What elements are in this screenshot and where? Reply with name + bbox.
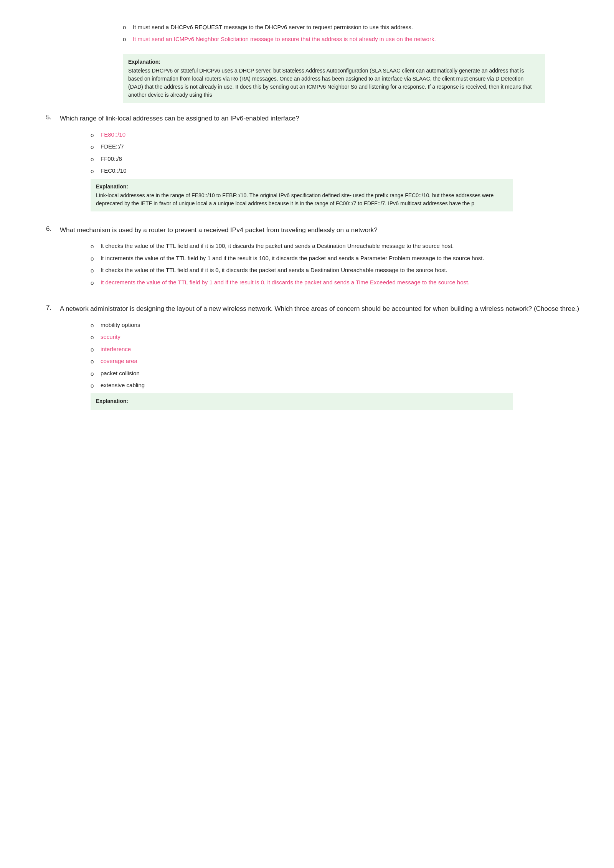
q7-option-5: o packet collision [91, 369, 599, 378]
q5-option-4: o FEC0::/10 [91, 167, 599, 176]
question-5-block: 5. Which range of link-local addresses c… [46, 114, 599, 211]
q6-option-text-4: It decrements the value of the TTL field… [101, 278, 469, 287]
question-7-block: 7. A network administrator is designing … [46, 304, 599, 410]
q5-bullet-3: o [91, 155, 96, 164]
q7-option-6: o extensive cabling [91, 381, 599, 390]
question-6-body: What mechanism is used by a router to pr… [60, 225, 599, 290]
q6-option-4: o It decrements the value of the TTL fie… [91, 278, 599, 287]
q5-bullet-2: o [91, 143, 96, 152]
question-7-options: o mobility options o security o interfer… [91, 321, 599, 390]
question-5-row: 5. Which range of link-local addresses c… [46, 114, 599, 211]
bullet-icon-2: o [123, 35, 128, 44]
question-6-options: o It checks the value of the TTL field a… [91, 242, 599, 287]
question-6-text: What mechanism is used by a router to pr… [60, 226, 378, 234]
question-6-row: 6. What mechanism is used by a router to… [46, 225, 599, 290]
top-bullet-text-2: It must send an ICMPv6 Neighbor Solicita… [133, 35, 436, 44]
question-7-row: 7. A network administrator is designing … [46, 304, 599, 410]
question-5-text: Which range of link-local addresses can … [60, 115, 299, 122]
q6-bullet-2: o [91, 254, 96, 263]
q6-option-3: o It checks the value of the TTL field a… [91, 266, 599, 275]
q5-explanation-box: Explanation: Link-local addresses are in… [91, 179, 513, 211]
q7-option-4: o coverage area [91, 357, 599, 366]
q5-explanation-label: Explanation: [96, 183, 507, 191]
q7-bullet-3: o [91, 345, 96, 354]
q5-bullet-1: o [91, 131, 96, 140]
top-explanation-label: Explanation: [128, 58, 540, 66]
q5-explanation-text: Link-local addresses are in the range of… [96, 191, 507, 208]
q7-explanation-label: Explanation: [96, 397, 507, 405]
q7-option-text-2: security [101, 333, 120, 342]
q7-option-3: o interference [91, 345, 599, 354]
q5-option-text-1: FE80::/10 [101, 130, 125, 139]
bullet-icon-1: o [123, 23, 128, 32]
top-bullet-text-1: It must send a DHCPv6 REQUEST message to… [133, 23, 413, 32]
q6-bullet-3: o [91, 266, 96, 275]
question-5-options: o FE80::/10 o FDEE::/7 o FF00::/8 o FEC0… [91, 130, 599, 176]
top-bullet-item-2: o It must send an ICMPv6 Neighbor Solici… [123, 35, 599, 44]
q6-bullet-1: o [91, 242, 96, 251]
q7-option-1: o mobility options [91, 321, 599, 330]
question-5-body: Which range of link-local addresses can … [60, 114, 599, 211]
q5-option-3: o FF00::/8 [91, 155, 599, 164]
question-7-text: A network administrator is designing the… [60, 305, 579, 312]
top-bullet-list: o It must send a DHCPv6 REQUEST message … [123, 23, 599, 43]
question-5-number: 5. [46, 114, 60, 121]
q7-bullet-4: o [91, 357, 96, 366]
q6-bullet-4: o [91, 279, 96, 287]
q5-bullet-4: o [91, 167, 96, 176]
q5-option-text-4: FEC0::/10 [101, 167, 127, 175]
q7-bullet-6: o [91, 381, 96, 390]
q7-bullet-1: o [91, 321, 96, 330]
top-bullet-item-1: o It must send a DHCPv6 REQUEST message … [123, 23, 599, 32]
question-6-block: 6. What mechanism is used by a router to… [46, 225, 599, 290]
q5-option-2: o FDEE::/7 [91, 142, 599, 152]
q6-option-text-3: It checks the value of the TTL field and… [101, 266, 447, 275]
q7-option-text-4: coverage area [101, 357, 137, 366]
q5-option-text-2: FDEE::/7 [101, 142, 124, 151]
q7-option-text-3: interference [101, 345, 131, 354]
question-7-body: A network administrator is designing the… [60, 304, 599, 410]
q6-option-text-1: It checks the value of the TTL field and… [101, 242, 454, 251]
q5-option-text-3: FF00::/8 [101, 155, 122, 163]
q6-option-text-2: It increments the value of the TTL field… [101, 254, 484, 263]
q7-bullet-5: o [91, 370, 96, 378]
q7-bullet-2: o [91, 333, 96, 342]
q7-option-2: o security [91, 333, 599, 342]
q7-option-text-5: packet collision [101, 369, 140, 378]
q6-option-1: o It checks the value of the TTL field a… [91, 242, 599, 251]
q7-explanation-box: Explanation: [91, 393, 513, 410]
q6-option-2: o It increments the value of the TTL fie… [91, 254, 599, 263]
top-explanation-text: Stateless DHCPv6 or stateful DHCPv6 uses… [128, 67, 540, 99]
question-7-number: 7. [46, 304, 60, 312]
q7-option-text-1: mobility options [101, 321, 140, 330]
q5-option-1: o FE80::/10 [91, 130, 599, 140]
q7-option-text-6: extensive cabling [101, 381, 145, 390]
top-explanation-box: Explanation: Stateless DHCPv6 or statefu… [123, 54, 545, 103]
question-6-number: 6. [46, 225, 60, 233]
